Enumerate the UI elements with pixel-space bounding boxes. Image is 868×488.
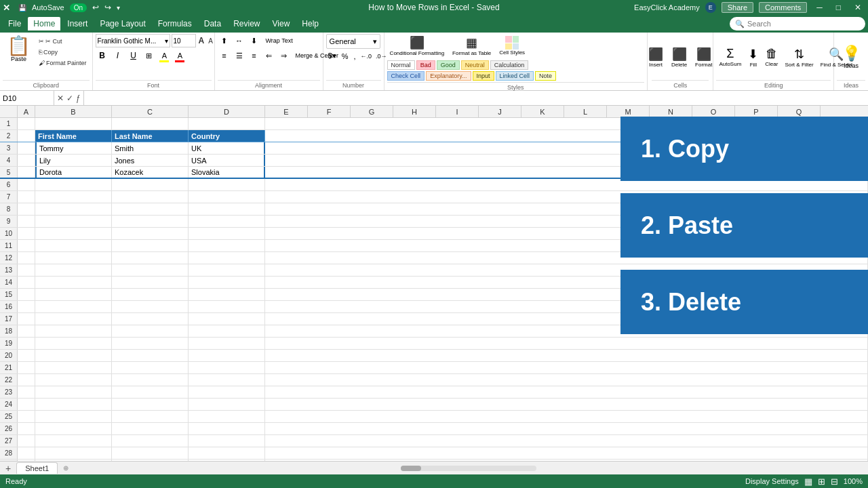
cell[interactable] [35,362,112,373]
indent-decrease-button[interactable]: ⇐ [262,49,276,62]
menu-page-layout[interactable]: Page Layout [94,17,151,30]
format-cells-button[interactable]: ⬛ Format [692,45,715,69]
cell[interactable] [35,277,112,288]
cell[interactable] [265,179,868,190]
row-num[interactable]: 10 [0,228,18,239]
cell[interactable] [18,399,35,410]
col-header-d[interactable]: D [189,106,265,117]
cell[interactable] [18,277,35,288]
cell[interactable] [189,411,265,422]
row-num[interactable]: 7 [0,191,18,203]
cell[interactable] [189,252,265,264]
cell[interactable] [189,423,265,434]
cell-smith[interactable]: Smith [112,142,189,154]
indent-increase-button[interactable]: ⇒ [277,49,291,62]
cell[interactable] [35,399,112,410]
cell[interactable] [18,386,35,398]
note-style-cell[interactable]: Note [535,71,556,81]
cell-kozacek[interactable]: Kozacek [112,167,189,178]
cell[interactable] [35,325,112,337]
cell[interactable] [265,142,868,154]
cell[interactable] [265,252,868,264]
wrap-text-button[interactable]: Wrap Text [262,35,296,46]
cell[interactable] [35,301,112,312]
cell[interactable] [35,289,112,300]
cell[interactable] [35,228,112,239]
currency-button[interactable]: $▾ [326,50,338,62]
comma-button[interactable]: , [352,51,358,62]
row-num[interactable]: 3 [0,142,18,154]
cell[interactable] [18,252,35,264]
align-middle-button[interactable]: ↔ [233,34,246,47]
row-num[interactable]: 9 [0,216,18,227]
cell-slovakia[interactable]: Slovakia [189,167,265,178]
row-num[interactable]: 11 [0,240,18,251]
cell[interactable] [265,411,868,422]
border-button[interactable]: ⊞ [142,49,156,62]
align-top-button[interactable]: ⬆ [218,34,231,47]
row-num[interactable]: 17 [0,313,18,325]
menu-formulas[interactable]: Formulas [153,17,197,30]
header-cell-lastname[interactable]: Last Name [112,130,189,142]
horizontal-scrollbar[interactable] [401,466,536,471]
cell[interactable] [18,240,35,251]
col-header-g[interactable]: G [351,106,393,117]
cell[interactable] [35,374,112,386]
bold-button[interactable]: B [96,49,109,62]
cell[interactable] [189,277,265,288]
cell[interactable] [265,386,868,398]
row-num[interactable]: 8 [0,203,18,215]
cell[interactable] [265,130,868,142]
cell[interactable] [189,240,265,251]
cell-styles-button[interactable]: Cell Styles [496,35,528,57]
cell[interactable] [18,423,35,434]
normal-style-cell[interactable]: Normal [387,60,415,70]
cell[interactable] [18,228,35,239]
cell[interactable] [189,228,265,239]
col-header-j[interactable]: J [479,106,521,117]
cell[interactable] [189,362,265,373]
row-num[interactable]: 6 [0,179,18,190]
cell[interactable] [18,264,35,276]
profile-icon[interactable]: E [705,2,716,13]
col-header-c[interactable]: C [112,106,189,117]
cell[interactable] [265,399,868,410]
quick-access-more[interactable]: ▾ [117,4,120,12]
cell[interactable] [265,203,868,215]
decrease-decimal-button[interactable]: ←.0 [359,52,374,61]
cell[interactable] [112,313,189,325]
cell[interactable] [18,203,35,215]
page-layout-view-button[interactable]: ⊞ [818,476,825,487]
cell[interactable] [112,350,189,361]
search-input[interactable] [747,20,856,28]
row-num[interactable]: 14 [0,277,18,288]
cell[interactable] [189,264,265,276]
row-num[interactable]: 26 [0,423,18,434]
autosave-toggle[interactable]: On [70,3,87,12]
ideas-button[interactable]: 💡 Ideas [838,34,865,80]
cell-uk[interactable]: UK [189,142,265,154]
cell[interactable] [112,289,189,300]
cell[interactable] [112,338,189,349]
align-right-button[interactable]: ≡ [248,49,261,62]
align-bottom-button[interactable]: ⬇ [248,34,261,47]
cell[interactable] [265,277,868,288]
cell[interactable] [265,289,868,300]
row-num[interactable]: 24 [0,399,18,410]
col-header-e[interactable]: E [265,106,308,117]
font-name-dropdown[interactable]: Franklin Gothic M... ▾ [96,34,170,47]
paste-button[interactable]: 📋 Paste [3,34,35,65]
cell[interactable] [112,203,189,215]
col-header-n[interactable]: N [650,106,692,117]
col-header-p[interactable]: P [735,106,778,117]
cell[interactable] [112,191,189,203]
cell[interactable] [189,313,265,325]
row-num[interactable]: 16 [0,301,18,312]
row-num[interactable]: 23 [0,386,18,398]
cell[interactable] [112,411,189,422]
row-num[interactable]: 2 [0,130,18,142]
format-as-table-button[interactable]: ▦ Format as Table [450,34,494,58]
row-num[interactable]: 15 [0,289,18,300]
cell[interactable] [18,142,35,154]
cell[interactable] [189,350,265,361]
